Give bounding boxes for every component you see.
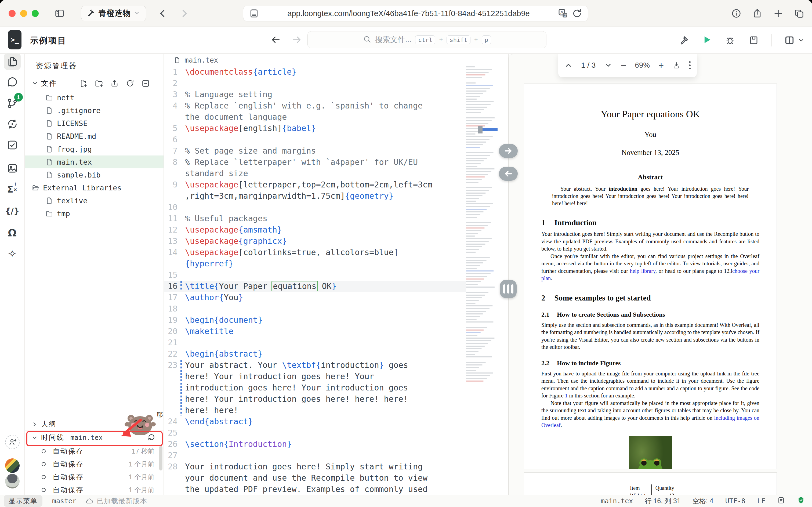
code-line-12[interactable]: 12\usepackage{amsmath} <box>164 224 466 235</box>
expand-right-button[interactable] <box>499 144 518 158</box>
code-line-16[interactable]: 16\title{Your Paper equations OK} <box>164 281 466 292</box>
show-menu-button[interactable]: 显示菜单 <box>4 495 43 507</box>
pdf-link[interactable]: 1 <box>565 393 568 398</box>
source-control-icon[interactable]: 1 <box>4 95 21 112</box>
code-line-11[interactable]: 11% Useful packages <box>164 213 466 224</box>
translate-icon[interactable]: A文 <box>557 7 569 19</box>
git-branch-label[interactable]: master <box>52 497 76 505</box>
pdf-link[interactable]: help library <box>630 268 655 274</box>
expand-left-button[interactable] <box>499 167 518 181</box>
page-chevron-down-icon[interactable] <box>604 61 612 69</box>
pane-divider[interactable] <box>508 54 509 495</box>
zoom-out-button[interactable]: − <box>621 60 626 71</box>
editor-forward-icon[interactable] <box>291 34 303 46</box>
code-line-10[interactable]: 10 <box>164 202 466 213</box>
code-line-9[interactable]: 9\usepackage[letterpaper,top=2cm,bottom=… <box>164 179 466 202</box>
shield-check-icon[interactable] <box>797 496 805 506</box>
search-input[interactable]: 搜索文件... ctrl + shift + p <box>307 31 546 48</box>
sidebar-toggle-icon[interactable] <box>54 7 65 19</box>
code-line-15[interactable]: 15 <box>164 269 466 281</box>
sparkle-ai-icon[interactable]: ✧ <box>4 245 21 262</box>
close-window-button[interactable] <box>9 10 15 17</box>
tab-overview-icon[interactable] <box>793 7 805 19</box>
new-folder-icon[interactable] <box>95 79 103 88</box>
code-line-6[interactable]: 6 <box>164 134 466 145</box>
file-tree-item-LICENSE[interactable]: LICENSE <box>25 117 164 130</box>
code-line-19[interactable]: 19\begin{document} <box>164 315 466 326</box>
profile-tab-button[interactable]: 青橙造物 <box>81 6 146 21</box>
history-icon[interactable] <box>148 433 156 442</box>
eol-setting[interactable]: LF <box>757 497 765 505</box>
new-tab-icon[interactable] <box>772 7 784 19</box>
zoom-in-button[interactable]: + <box>658 60 664 71</box>
page-indicator[interactable]: 1 / 3 <box>581 61 595 69</box>
file-tree-item-frog.jpg[interactable]: frog.jpg <box>25 143 164 156</box>
split-view-icon[interactable] <box>784 35 795 46</box>
collaborator-avatar[interactable] <box>5 458 19 473</box>
files-icon[interactable] <box>4 53 21 70</box>
chat-icon[interactable] <box>4 73 21 90</box>
code-line-4[interactable]: 4% Replace `english' with e.g. `spanish'… <box>164 100 466 123</box>
collaborator-avatar[interactable] <box>5 474 19 489</box>
save-icon[interactable] <box>748 35 760 46</box>
browser-back-button[interactable] <box>157 7 169 19</box>
file-tree-item-nett[interactable]: nett <box>25 91 164 104</box>
share-icon[interactable] <box>751 7 763 19</box>
snippet-icon[interactable]: {/} <box>4 203 21 219</box>
timeline-section-header[interactable]: 时间线 main.tex <box>25 430 164 445</box>
file-tree-item-sample.bib[interactable]: sample.bib <box>25 168 164 181</box>
compile-run-icon[interactable] <box>702 35 712 46</box>
file-tree-item-main.tex[interactable]: main.tex <box>25 156 164 168</box>
zoom-level[interactable]: 69% <box>635 61 650 69</box>
app-logo[interactable]: >_ <box>8 30 21 49</box>
refresh-icon[interactable] <box>126 79 134 88</box>
code-editor[interactable]: main.tex 1\documentclass{article}23% Lan… <box>164 54 508 495</box>
encoding-setting[interactable]: UTF-8 <box>725 497 745 505</box>
minimize-window-button[interactable] <box>20 10 27 17</box>
reader-view-icon[interactable] <box>248 7 260 19</box>
code-line-18[interactable]: 18 <box>164 303 466 315</box>
log-output-icon[interactable] <box>777 496 785 506</box>
code-line-3[interactable]: 3% Language setting <box>164 89 466 100</box>
code-line-21[interactable]: 21 <box>164 337 466 348</box>
file-tree-item-README.md[interactable]: README.md <box>25 130 164 143</box>
math-icon[interactable]: Σ+× <box>4 181 21 198</box>
code-line-27[interactable]: 27 <box>164 450 466 461</box>
pane-drag-handle[interactable] <box>500 280 517 298</box>
zoom-window-button[interactable] <box>32 10 39 17</box>
address-bar[interactable]: app.loongtex.com/loongTeX/46ba41fe-7b51-… <box>243 6 588 21</box>
build-hammer-icon[interactable] <box>678 35 690 46</box>
file-tree-item-tmp[interactable]: tmp <box>25 207 164 220</box>
code-line-8[interactable]: 8% Replace `letterpaper' with `a4paper' … <box>164 157 466 179</box>
code-line-20[interactable]: 20\maketitle <box>164 326 466 337</box>
collapse-all-icon[interactable] <box>141 79 150 88</box>
files-section-header[interactable]: 文件 <box>25 75 164 91</box>
reload-icon[interactable] <box>571 7 583 19</box>
code-line-25[interactable]: 25 <box>164 427 466 439</box>
timeline-scrollbar[interactable] <box>159 446 163 470</box>
download-pdf-icon[interactable] <box>673 61 681 69</box>
upload-icon[interactable] <box>110 79 119 88</box>
code-line-26[interactable]: 26\section{Introduction} <box>164 439 466 450</box>
editor-breadcrumb[interactable]: main.tex <box>164 54 508 66</box>
external-libraries-header[interactable]: External Libraries <box>25 181 164 194</box>
code-line-24[interactable]: 24\end{abstract} <box>164 416 466 427</box>
code-line-5[interactable]: 5\usepackage[english]{babel} <box>164 123 466 134</box>
more-options-icon[interactable] <box>689 61 691 69</box>
code-line-14[interactable]: 14\usepackage[colorlinks=true, allcolors… <box>164 247 466 269</box>
timeline-save-item[interactable]: 自动保存1 个月前 <box>25 484 164 495</box>
invite-user-icon[interactable] <box>5 435 19 449</box>
url-text[interactable]: app.loongtex.com/loongTeX/46ba41fe-7b51-… <box>260 9 557 18</box>
omega-symbols-icon[interactable]: Ω <box>4 225 21 241</box>
code-line-7[interactable]: 7% Set page size and margins <box>164 145 466 157</box>
code-line-28[interactable]: 28Your introduction goes here! Simply st… <box>164 461 466 495</box>
debug-icon[interactable] <box>724 35 736 46</box>
editor-back-icon[interactable] <box>270 34 282 46</box>
status-filename[interactable]: main.tex <box>601 497 633 505</box>
file-tree-item-texlive[interactable]: texlive <box>25 194 164 207</box>
timeline-save-item[interactable]: 自动保存1 个月前 <box>25 458 164 470</box>
image-icon[interactable] <box>4 160 21 177</box>
timeline-save-item[interactable]: 自动保存17 秒前 <box>25 445 164 458</box>
timeline-save-item[interactable]: 自动保存1 个月前 <box>25 470 164 484</box>
new-file-icon[interactable] <box>79 79 88 88</box>
